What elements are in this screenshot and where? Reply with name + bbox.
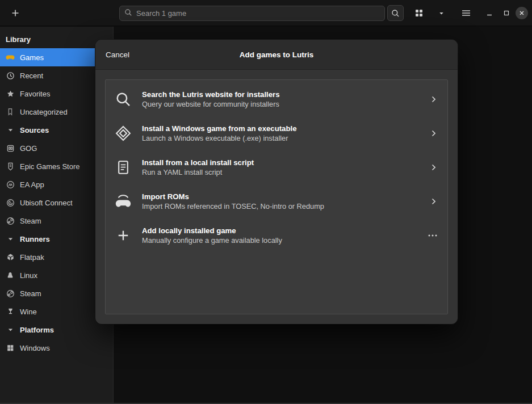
sidebar-item-label: Windows [20, 344, 50, 352]
sidebar-item-label: Recent [20, 71, 43, 80]
wine-icon [6, 307, 15, 316]
sidebar-expander-label: Sources [20, 126, 49, 134]
clock-icon [6, 71, 15, 80]
sidebar-expander-platforms[interactable]: Platforms [0, 321, 113, 339]
maximize-button[interactable] [500, 5, 513, 21]
search-icon [391, 9, 400, 18]
option-subtitle: Manually configure a game available loca… [142, 236, 282, 245]
sidebar-item-label: Flatpak [20, 253, 44, 262]
option-install-local-script[interactable]: Install from a local install script Run … [106, 150, 447, 184]
dialog-header: Cancel Add games to Lutris [95, 40, 458, 70]
gamepad-import-icon [115, 193, 132, 210]
option-subtitle: Import ROMs referenced in TOSEC, No-intr… [142, 202, 324, 211]
option-title: Import ROMs [142, 192, 324, 201]
sidebar-item-label: EA App [20, 180, 44, 189]
chevron-down-icon [6, 125, 15, 134]
chevron-down-icon [6, 325, 15, 334]
lutris-window: Search 1 game [0, 0, 532, 404]
flatpak-icon [6, 253, 15, 262]
cancel-button[interactable]: Cancel [106, 51, 129, 59]
ubisoft-icon [6, 198, 15, 207]
sidebar-item-label: Epic Games Store [20, 162, 80, 171]
gamepad-icon [6, 53, 15, 62]
hamburger-icon [461, 9, 471, 18]
windows-icon [6, 343, 15, 352]
menu-button[interactable] [458, 5, 475, 21]
search-input[interactable]: Search 1 game [119, 6, 385, 21]
header-bar: Search 1 game [0, 0, 532, 26]
steam-icon [6, 216, 15, 225]
option-install-windows-game[interactable]: Install a Windows game from an executabl… [106, 116, 447, 150]
sidebar-item-label: Uncategorized [20, 108, 68, 116]
grid-view-button[interactable] [411, 5, 427, 21]
view-dropdown-button[interactable] [434, 5, 449, 21]
sidebar-item-windows[interactable]: Windows [0, 339, 113, 357]
sidebar-item-label: Linux [20, 271, 37, 280]
sidebar-item-label: Games [20, 53, 44, 62]
epic-icon [6, 162, 15, 171]
chevron-right-icon [429, 129, 438, 138]
option-title: Search the Lutris website for installers [142, 90, 280, 99]
maximize-icon [502, 9, 510, 17]
sidebar-expander-label: Runners [20, 235, 50, 243]
option-title: Install a Windows game from an executabl… [142, 124, 297, 133]
option-title: Add locally installed game [142, 226, 282, 235]
ellipsis-icon[interactable] [427, 231, 438, 240]
dialog-title: Add games to Lutris [95, 51, 458, 59]
add-games-dialog: Cancel Add games to Lutris Search the Lu… [95, 40, 458, 324]
sidebar-item-label: Ubisoft Connect [20, 199, 73, 207]
gog-icon [6, 144, 15, 153]
search-button[interactable] [387, 5, 404, 21]
linux-icon [6, 271, 15, 280]
sidebar-item-label: GOG [20, 144, 37, 153]
sidebar-header-label: Library [6, 35, 31, 44]
sidebar-expander-label: Platforms [20, 326, 54, 334]
dialog-options-list: Search the Lutris website for installers… [105, 79, 448, 314]
search-placeholder: Search 1 game [136, 9, 186, 18]
script-icon [115, 159, 132, 176]
bookmark-icon [6, 107, 15, 116]
chevron-down-icon [438, 10, 445, 17]
add-game-button[interactable] [8, 5, 23, 21]
sidebar-item-label: Wine [20, 308, 37, 316]
star-icon [6, 89, 15, 98]
chevron-right-icon [429, 163, 438, 172]
option-subtitle: Query our website for community installe… [142, 100, 280, 108]
sidebar-item-label: Steam [20, 217, 41, 225]
sidebar-item-label: Favorites [20, 90, 50, 98]
option-add-locally-installed[interactable]: Add locally installed game Manually conf… [106, 218, 447, 253]
close-button[interactable] [516, 7, 528, 19]
diamond-icon [115, 125, 132, 142]
search-icon [115, 91, 132, 108]
option-subtitle: Launch a Windows executable (.exe) insta… [142, 134, 297, 142]
option-search-lutris-website[interactable]: Search the Lutris website for installers… [106, 82, 447, 116]
plus-icon [11, 9, 20, 18]
chevron-right-icon [429, 95, 438, 104]
close-icon [518, 10, 525, 16]
option-title: Install from a local install script [142, 158, 254, 167]
chevron-right-icon [429, 197, 438, 206]
dialog-body: Search the Lutris website for installers… [95, 70, 458, 324]
search-icon [124, 9, 132, 18]
plus-icon [115, 227, 132, 244]
sidebar-item-label: Steam [20, 289, 41, 298]
steam-icon [6, 289, 15, 298]
option-subtitle: Run a YAML install script [142, 168, 254, 176]
minimize-icon [485, 9, 494, 18]
chevron-down-icon [6, 234, 15, 243]
grid-icon [414, 9, 424, 18]
minimize-button[interactable] [483, 5, 496, 21]
ea-icon [6, 180, 15, 189]
option-import-roms[interactable]: Import ROMs Import ROMs referenced in TO… [106, 184, 447, 218]
